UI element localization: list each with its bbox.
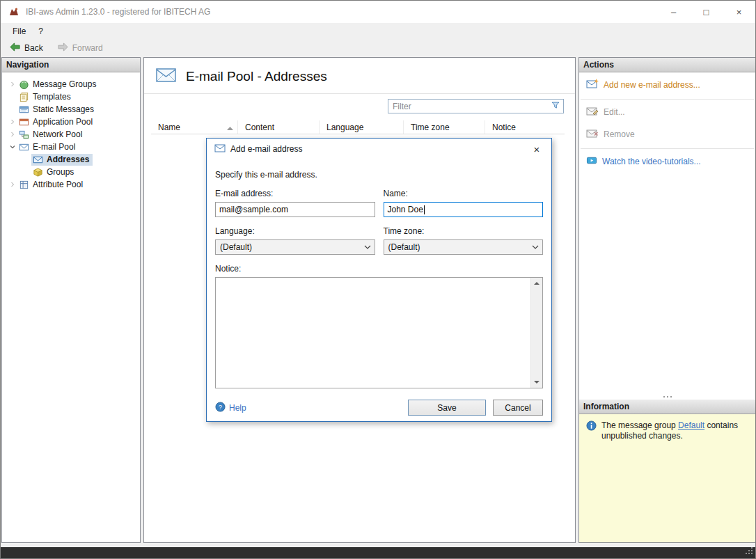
chevron-placeholder	[8, 92, 17, 102]
cancel-button[interactable]: Cancel	[493, 400, 543, 416]
scroll-track[interactable]	[531, 289, 542, 377]
tree-item-application-pool[interactable]: Application Pool	[2, 116, 140, 128]
notice-textarea[interactable]	[215, 277, 543, 388]
resize-grip[interactable]	[745, 546, 753, 557]
filter-row	[144, 94, 575, 113]
tree-item-network-pool[interactable]: Network Pool	[2, 128, 140, 141]
email-address-label: E-mail address:	[215, 189, 375, 198]
tree-item-label: E-mail Pool	[33, 142, 75, 152]
column-label: Time zone	[411, 123, 450, 132]
information-body: The message group Default contains unpub…	[579, 414, 755, 542]
remove-icon	[586, 128, 599, 141]
tree-item-label: Addresses	[47, 155, 89, 164]
timezone-dropdown[interactable]: (Default)	[384, 239, 544, 255]
tree-item-label: Groups	[47, 167, 74, 177]
back-label: Back	[24, 43, 43, 53]
tree-item-templates[interactable]: Templates	[2, 90, 140, 103]
back-icon	[9, 42, 21, 54]
timezone-label: Time zone:	[384, 226, 544, 236]
tree-item-message-groups[interactable]: Message Groups	[2, 78, 140, 90]
chevron-right-icon[interactable]	[8, 180, 17, 189]
edit-action[interactable]: Edit...	[579, 100, 755, 122]
add-email-address-action[interactable]: Add new e-mail address...	[579, 72, 755, 95]
chevron-right-icon[interactable]	[8, 117, 17, 127]
column-label: Notice	[492, 123, 516, 132]
name-field[interactable]: John Doe	[384, 202, 544, 217]
menu-file[interactable]: File	[6, 24, 32, 38]
navigation-panel: Navigation Message Groups Templates Stat…	[1, 57, 141, 543]
filter-input[interactable]	[393, 102, 551, 111]
forward-label: Forward	[72, 43, 103, 53]
addresses-icon	[33, 155, 43, 165]
tree-item-label: Application Pool	[33, 117, 93, 127]
window-title: IBI-aws Admin 1.23.0 - registered for IB…	[26, 7, 210, 17]
remove-action[interactable]: Remove	[579, 122, 755, 144]
tree-item-email-pool[interactable]: E-mail Pool	[2, 141, 140, 153]
sort-ascending-icon	[227, 123, 233, 132]
page-header: E-mail Pool - Addresses	[144, 58, 575, 94]
dialog-description: Specify this e-mail address.	[215, 170, 543, 180]
chevron-placeholder	[8, 104, 17, 114]
column-header-name[interactable]: Name	[151, 120, 238, 134]
message-groups-icon	[19, 79, 29, 90]
groups-icon	[33, 167, 43, 178]
list-column-headers: Name Content Language Time zone Notice	[151, 120, 565, 134]
dialog-close-icon[interactable]: ×	[528, 140, 546, 158]
language-label: Language:	[215, 226, 375, 236]
tree-item-label: Network Pool	[33, 129, 82, 139]
chevron-right-icon[interactable]	[8, 129, 17, 139]
panel-splitter[interactable]	[579, 394, 755, 400]
scroll-down-icon[interactable]	[531, 377, 542, 388]
minimize-button[interactable]: –	[657, 1, 690, 23]
status-bar	[1, 547, 755, 558]
column-label: Language	[326, 123, 363, 132]
language-dropdown[interactable]: (Default)	[215, 239, 375, 255]
column-header-notice[interactable]: Notice	[485, 120, 565, 134]
video-tutorials-action[interactable]: Watch the video-tutorials...	[579, 149, 755, 171]
close-button[interactable]: ×	[723, 1, 755, 23]
dialog-body: Specify this e-mail address. E-mail addr…	[207, 170, 551, 416]
remove-label: Remove	[604, 129, 635, 139]
filter-box[interactable]	[388, 99, 564, 113]
menu-help[interactable]: ?	[32, 24, 49, 38]
app-window: IBI-aws Admin 1.23.0 - registered for IB…	[0, 0, 756, 559]
help-label: Help	[229, 403, 246, 413]
help-link[interactable]: ? Help	[215, 402, 246, 414]
tree-item-attribute-pool[interactable]: Attribute Pool	[2, 178, 140, 191]
information-header: Information	[579, 400, 755, 414]
scrollbar[interactable]	[530, 278, 542, 388]
filter-funnel-icon[interactable]	[551, 100, 560, 112]
forward-button[interactable]: Forward	[53, 40, 107, 56]
static-messages-icon	[19, 104, 29, 115]
information-text: The message group Default contains unpub…	[601, 420, 748, 441]
default-message-group-link[interactable]: Default	[678, 420, 704, 430]
dialog-footer: ? Help Save Cancel	[215, 400, 543, 416]
column-header-timezone[interactable]: Time zone	[404, 120, 485, 134]
tree-item-addresses[interactable]: Addresses	[2, 153, 140, 166]
chevron-placeholder	[8, 167, 17, 177]
chevron-right-icon[interactable]	[8, 79, 17, 89]
email-address-field[interactable]	[215, 202, 375, 217]
actions-panel: Actions Add new e-mail address... Edit..…	[578, 57, 756, 543]
dialog-title: Add e-mail address	[230, 144, 302, 154]
chevron-placeholder	[8, 155, 17, 164]
edit-label: Edit...	[604, 107, 625, 117]
network-pool-icon	[19, 129, 29, 140]
tree-item-groups[interactable]: Groups	[2, 166, 140, 178]
svg-text:?: ?	[219, 403, 222, 410]
notice-content[interactable]	[216, 278, 530, 388]
menu-bar: File ?	[1, 23, 755, 39]
back-button[interactable]: Back	[5, 40, 47, 56]
attribute-pool-icon	[19, 180, 29, 190]
save-button[interactable]: Save	[408, 400, 486, 416]
info-text-before: The message group	[601, 420, 678, 430]
email-page-icon	[155, 66, 178, 86]
scroll-up-icon[interactable]	[531, 278, 542, 289]
tree-item-label: Attribute Pool	[33, 180, 83, 189]
maximize-button[interactable]: □	[690, 1, 723, 23]
name-label: Name:	[384, 189, 544, 198]
chevron-down-icon[interactable]	[8, 142, 17, 152]
tree-item-static-messages[interactable]: Static Messages	[2, 103, 140, 116]
column-header-language[interactable]: Language	[320, 120, 404, 134]
column-header-content[interactable]: Content	[238, 120, 320, 134]
